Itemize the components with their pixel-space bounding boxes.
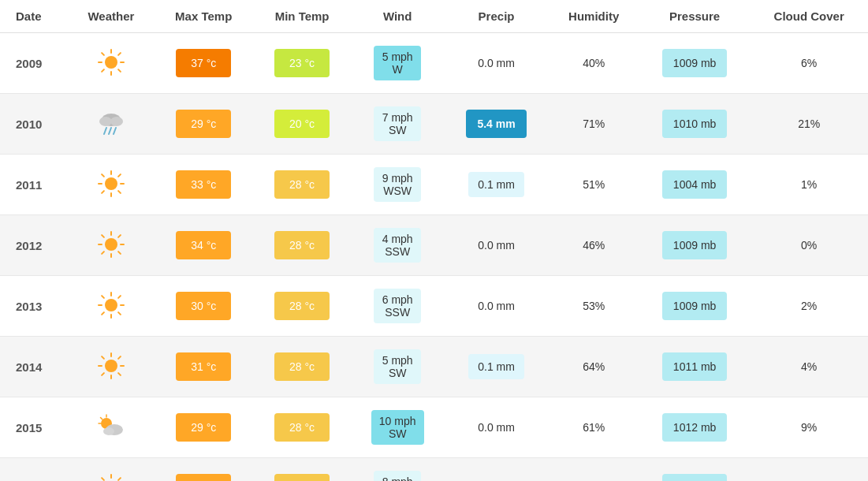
weather-icon [97, 309, 125, 322]
col-humidity: Humidity [549, 0, 639, 33]
max-temp-value: 34 °c [176, 231, 231, 259]
table-header-row: Date Weather Max Temp Min Temp Wind Prec… [0, 0, 868, 33]
cell-date: 2012 [0, 215, 69, 276]
cell-pressure: 1004 mb [639, 155, 750, 215]
weather-icon [97, 248, 125, 261]
weather-icon [95, 431, 127, 443]
cell-min-temp: 27 °c [253, 458, 350, 482]
cell-date: 2010 [0, 94, 69, 155]
cell-wind: 10 mphSW [351, 397, 445, 458]
cell-humidity: 40% [549, 33, 639, 94]
cell-max-temp: 30 °c [154, 276, 253, 337]
svg-line-41 [102, 312, 104, 315]
svg-line-7 [118, 53, 121, 55]
wind-value: 9 mphWSW [374, 167, 421, 202]
svg-line-40 [118, 296, 121, 298]
max-temp-value: 29 °c [176, 413, 231, 442]
max-temp-value: 37 °c [176, 49, 231, 77]
humidity-value: 51% [583, 178, 605, 191]
cell-precip: 0.0 mm [445, 397, 549, 458]
humidity-value: 53% [583, 300, 605, 312]
svg-line-30 [118, 252, 121, 254]
cloud-cover-value: 2% [801, 300, 817, 312]
svg-line-20 [102, 174, 104, 177]
max-temp-value: 28 °c [176, 474, 231, 481]
wind-value: 7 mphSW [374, 106, 421, 141]
svg-line-54 [100, 417, 102, 419]
wind-value: 8 mphSW [374, 471, 421, 481]
svg-point-56 [103, 427, 114, 435]
svg-line-49 [118, 356, 121, 359]
weather-icon [97, 66, 125, 79]
cell-min-temp: 28 °c [253, 276, 350, 337]
cell-date: 2015 [0, 397, 69, 458]
cloud-cover-value: 21% [798, 117, 820, 130]
cloud-cover-value: 6% [801, 57, 817, 69]
svg-line-32 [102, 252, 104, 254]
col-min-temp: Min Temp [253, 0, 350, 33]
wind-value: 10 mphSW [371, 410, 424, 445]
cell-precip: 5.4 mm [445, 94, 549, 155]
svg-point-33 [105, 299, 117, 311]
cell-precip: 0.0 mm [445, 458, 549, 482]
cell-weather [69, 155, 154, 215]
svg-line-31 [118, 235, 121, 237]
precip-value: 0.0 mm [478, 300, 515, 312]
svg-line-5 [102, 53, 104, 55]
humidity-value: 61% [583, 421, 605, 434]
cell-date: 2011 [0, 155, 69, 215]
cell-wind: 4 mphSSW [351, 215, 445, 276]
svg-line-48 [118, 373, 121, 375]
cell-cloud-cover: 1% [750, 155, 868, 215]
col-cloud-cover: Cloud Cover [750, 0, 868, 33]
table-row: 2012 34 °c28 °c4 mphSSW0.0 mm46%1009 mb0… [0, 215, 868, 276]
cell-min-temp: 28 °c [253, 397, 350, 458]
precip-value: 0.1 mm [468, 354, 524, 379]
cell-cloud-cover: 0% [750, 215, 868, 276]
precip-value: 0.1 mm [468, 172, 524, 197]
precip-value: 0.0 mm [478, 421, 515, 434]
cell-cloud-cover: 4% [750, 337, 868, 397]
pressure-value: 1009 mb [662, 292, 727, 320]
precip-value: 0.0 mm [478, 57, 515, 69]
weather-icon [97, 188, 125, 200]
weather-icon [95, 127, 127, 140]
pressure-value: 1009 mb [662, 49, 727, 77]
svg-point-42 [105, 360, 117, 372]
svg-line-29 [102, 235, 104, 237]
cell-pressure: 1011 mb [639, 337, 750, 397]
humidity-value: 40% [583, 57, 605, 69]
cell-precip: 0.1 mm [445, 337, 549, 397]
svg-point-15 [105, 177, 117, 190]
cell-max-temp: 34 °c [154, 215, 253, 276]
svg-line-6 [118, 69, 121, 72]
col-max-temp: Max Temp [154, 0, 253, 33]
table-row: 2013 30 °c28 °c6 mphSSW0.0 mm53%1009 mb2… [0, 276, 868, 337]
table-row: 2009 37 °c23 °c5 mphW0.0 mm40%1009 mb6% [0, 33, 868, 94]
svg-line-62 [102, 478, 104, 480]
svg-line-23 [102, 191, 104, 193]
col-weather: Weather [69, 0, 154, 33]
table-row: 2016 28 °c27 °c8 mphSW0.0 mm59%1011 mb2% [0, 458, 868, 482]
svg-point-11 [110, 117, 123, 126]
cell-wind: 9 mphWSW [351, 155, 445, 215]
cell-date: 2013 [0, 276, 69, 337]
min-temp-value: 28 °c [274, 231, 330, 259]
pressure-value: 1011 mb [662, 474, 727, 481]
cloud-cover-value: 0% [801, 239, 817, 252]
cell-min-temp: 28 °c [253, 155, 350, 215]
min-temp-value: 28 °c [274, 292, 330, 320]
svg-point-0 [105, 56, 117, 69]
cell-max-temp: 31 °c [154, 337, 253, 397]
svg-line-13 [109, 128, 111, 134]
cell-wind: 6 mphSSW [351, 276, 445, 337]
cell-date: 2009 [0, 33, 69, 94]
cell-cloud-cover: 6% [750, 33, 868, 94]
svg-line-21 [118, 191, 121, 193]
cell-precip: 0.0 mm [445, 276, 549, 337]
max-temp-value: 33 °c [176, 170, 231, 199]
min-temp-value: 28 °c [274, 170, 330, 199]
min-temp-value: 27 °c [274, 474, 330, 481]
svg-line-64 [118, 478, 121, 480]
cell-cloud-cover: 21% [750, 94, 868, 155]
